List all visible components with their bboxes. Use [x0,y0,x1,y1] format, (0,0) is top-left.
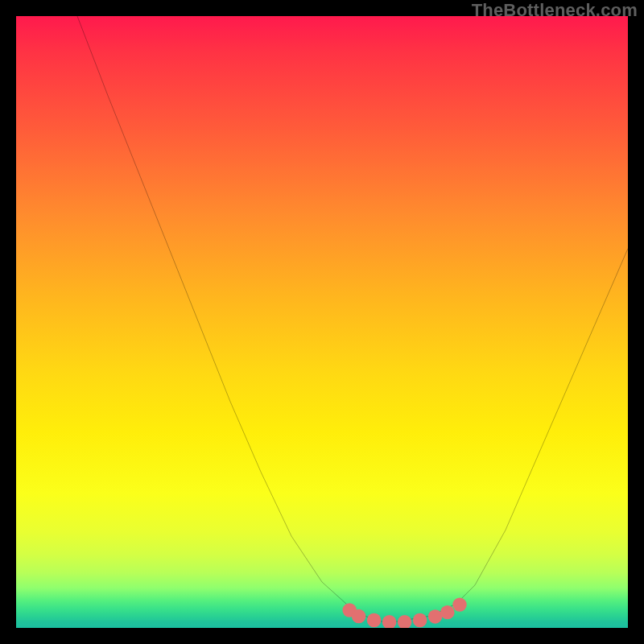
highlight-dot [342,603,356,617]
highlight-dot [352,609,365,623]
chart-plot-area [16,16,628,628]
highlight-dot [452,597,466,611]
highlight-dot [398,615,411,628]
bottleneck-curve [16,16,628,628]
highlight-dot [413,613,427,627]
highlight-dot [428,609,442,623]
highlight-dot [440,605,454,619]
watermark-text: TheBottleneck.com [472,0,638,21]
highlight-dot [382,615,396,628]
highlight-dots [342,597,466,628]
curve-path [77,16,628,621]
highlight-dot [367,613,381,627]
chart-frame: TheBottleneck.com [0,0,644,644]
